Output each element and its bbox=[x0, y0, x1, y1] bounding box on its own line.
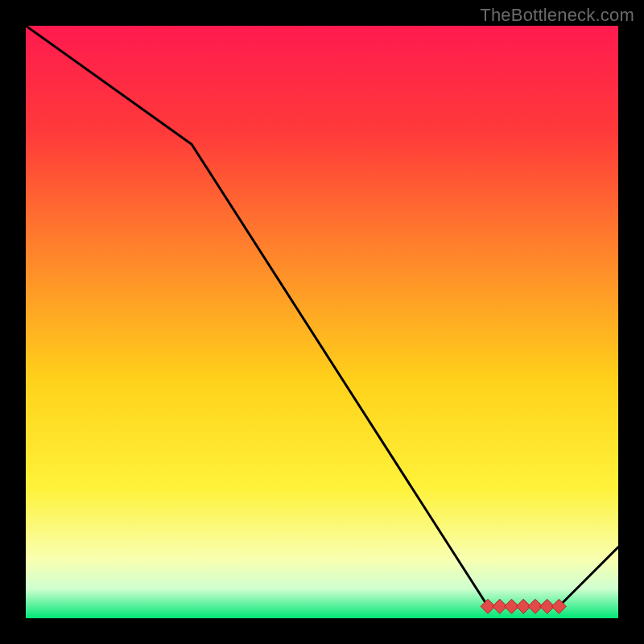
bottleneck-chart bbox=[26, 26, 618, 618]
chart-frame: TheBottleneck.com bbox=[0, 0, 644, 644]
plot-area bbox=[26, 26, 618, 618]
attribution-text: TheBottleneck.com bbox=[480, 5, 634, 26]
gradient-background bbox=[26, 26, 618, 618]
